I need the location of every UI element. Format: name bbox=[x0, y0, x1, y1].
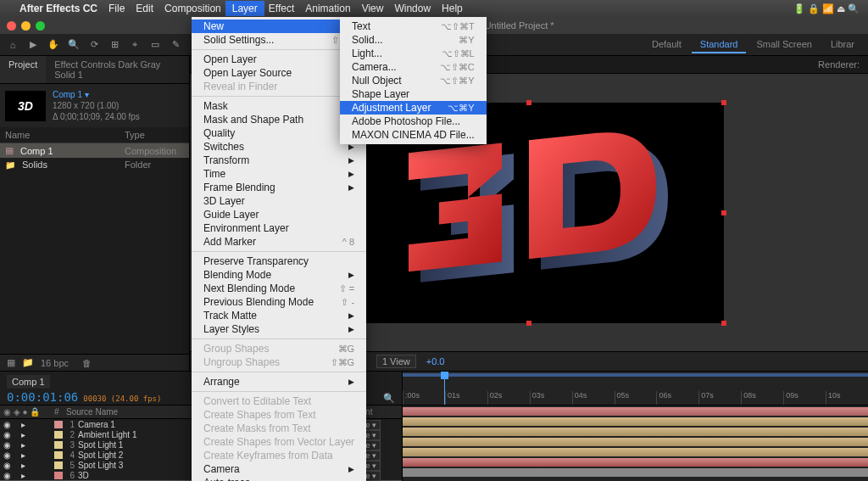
menu-window[interactable]: Window bbox=[394, 3, 431, 14]
menu-item: Create Keyframes from Data bbox=[192, 449, 366, 462]
layer-bar[interactable] bbox=[403, 407, 868, 416]
timeline-panel: Comp 1 0:00:01:06 00030 (24.00 fps) 🔍 :0… bbox=[0, 371, 868, 481]
layer-bar[interactable] bbox=[403, 448, 868, 456]
menubar-status-icons: 🔋 🔒 📶 ⏏ 🔍 bbox=[793, 3, 860, 14]
project-item[interactable]: SolidsFolder bbox=[0, 158, 189, 171]
menu-item[interactable]: 3D Layer bbox=[192, 194, 366, 208]
menu-item[interactable]: Transform▶ bbox=[192, 154, 366, 167]
current-timecode[interactable]: 0:00:01:06 bbox=[7, 390, 78, 404]
menu-item[interactable]: Next Blending Mode⇧ = bbox=[192, 282, 366, 295]
menu-item[interactable]: Null Object⌥⇧⌘Y bbox=[340, 74, 487, 87]
mac-menubar: After Effects CC File Edit Composition L… bbox=[0, 0, 868, 17]
anchor-tool-icon[interactable]: ⌖ bbox=[127, 37, 142, 53]
menu-item[interactable]: MAXON CINEMA 4D File... bbox=[340, 128, 487, 142]
workspace-default[interactable]: Default bbox=[643, 36, 690, 53]
comp-resolution: 1280 x 720 (1.00) bbox=[53, 100, 140, 111]
timeline-comp-tab[interactable]: Comp 1 bbox=[7, 375, 50, 389]
menu-animation[interactable]: Animation bbox=[305, 3, 350, 14]
workspace-libraries[interactable]: Librar bbox=[822, 36, 863, 53]
menu-item[interactable]: Auto-trace... bbox=[192, 476, 366, 481]
menu-item[interactable]: Preserve Transparency bbox=[192, 254, 366, 268]
menu-layer[interactable]: Layer bbox=[225, 1, 264, 16]
comp-duration: Δ 0;00;10;09, 24.00 fps bbox=[53, 111, 140, 122]
menu-item[interactable]: Text⌥⇧⌘T bbox=[340, 20, 487, 33]
tab-project[interactable]: Project bbox=[0, 56, 46, 83]
menu-item: Create Shapes from Text bbox=[192, 408, 366, 422]
project-panel: Project Effect Controls Dark Gray Solid … bbox=[0, 56, 190, 371]
renderer-label: Renderer: bbox=[818, 59, 860, 70]
selection-handle[interactable] bbox=[721, 100, 726, 105]
close-icon[interactable] bbox=[7, 21, 16, 31]
camera-tool-icon[interactable]: ⊞ bbox=[107, 37, 122, 53]
layer-new-submenu[interactable]: Text⌥⇧⌘TSolid...⌘YLight...⌥⇧⌘LCamera...⌥… bbox=[340, 17, 487, 144]
menu-composition[interactable]: Composition bbox=[164, 3, 221, 14]
layer-bar[interactable] bbox=[403, 438, 868, 446]
col-name[interactable]: Name bbox=[5, 130, 125, 140]
menu-item[interactable]: Solid...⌘Y bbox=[340, 33, 487, 47]
views-dropdown[interactable]: 1 View bbox=[376, 355, 416, 368]
menu-view[interactable]: View bbox=[362, 3, 384, 14]
current-frame: 00030 (24.00 fps) bbox=[83, 394, 161, 403]
home-icon[interactable]: ⌂ bbox=[5, 37, 20, 53]
menu-item: Ungroup Shapes⇧⌘G bbox=[192, 355, 366, 369]
exposure-indicator[interactable]: +0.0 bbox=[426, 356, 445, 366]
rotate-tool-icon[interactable]: ⟳ bbox=[86, 37, 102, 53]
menu-item[interactable]: Arrange▶ bbox=[192, 375, 366, 389]
menu-help[interactable]: Help bbox=[442, 3, 463, 14]
menu-edit[interactable]: Edit bbox=[136, 3, 153, 14]
menu-file[interactable]: File bbox=[108, 3, 125, 14]
maximize-icon[interactable] bbox=[36, 21, 45, 31]
bpc-indicator[interactable]: 16 bpc bbox=[41, 358, 69, 368]
layer-bar[interactable] bbox=[403, 428, 868, 436]
menu-item[interactable]: Adobe Photoshop File... bbox=[340, 115, 487, 128]
menu-item[interactable]: Adjustment Layer⌥⌘Y bbox=[340, 101, 487, 115]
playhead[interactable] bbox=[444, 372, 445, 405]
new-comp-icon[interactable]: ▦ bbox=[7, 357, 15, 368]
menu-item[interactable]: Light...⌥⇧⌘L bbox=[340, 47, 487, 60]
search-icon[interactable]: 🔍 bbox=[383, 393, 395, 404]
pen-tool-icon[interactable]: ✎ bbox=[168, 37, 183, 53]
workspace-small-screen[interactable]: Small Screen bbox=[748, 36, 820, 53]
menu-effect[interactable]: Effect bbox=[269, 3, 294, 14]
minimize-icon[interactable] bbox=[21, 21, 31, 31]
menu-item[interactable]: Shape Layer bbox=[340, 87, 487, 101]
time-ruler[interactable]: :00s01s02s03s04s05s06s07s08s09s10s bbox=[403, 372, 868, 405]
project-item[interactable]: Comp 1Composition bbox=[0, 143, 189, 158]
selection-handle[interactable] bbox=[721, 210, 726, 215]
app-name[interactable]: After Effects CC bbox=[19, 3, 97, 14]
menu-item: Create Masks from Text bbox=[192, 422, 366, 435]
layer-bar[interactable] bbox=[403, 468, 868, 477]
trash-icon[interactable]: 🗑 bbox=[82, 358, 92, 368]
tab-effect-controls[interactable]: Effect Controls Dark Gray Solid 1 bbox=[46, 56, 189, 83]
menu-item[interactable]: Guide Layer bbox=[192, 208, 366, 221]
menu-item[interactable]: Frame Blending▶ bbox=[192, 181, 366, 194]
menu-item: Create Shapes from Vector Layer bbox=[192, 435, 366, 449]
selection-handle[interactable] bbox=[526, 321, 531, 326]
menu-item[interactable]: Track Matte▶ bbox=[192, 309, 366, 322]
new-folder-icon[interactable]: 📁 bbox=[22, 357, 34, 368]
shape-tool-icon[interactable]: ▭ bbox=[147, 37, 163, 53]
menu-item[interactable]: Time▶ bbox=[192, 167, 366, 181]
comp-thumbnail: 3D bbox=[5, 91, 46, 121]
hand-tool-icon[interactable]: ✋ bbox=[46, 37, 61, 53]
selection-tool-icon[interactable]: ▶ bbox=[25, 37, 41, 53]
menu-item[interactable]: Layer Styles▶ bbox=[192, 322, 366, 336]
layer-bar[interactable] bbox=[403, 417, 868, 426]
selection-handle[interactable] bbox=[526, 100, 531, 105]
3d-text-render bbox=[376, 128, 682, 298]
col-type[interactable]: Type bbox=[125, 130, 184, 140]
workspace-standard[interactable]: Standard bbox=[692, 36, 747, 53]
menu-item[interactable]: Blending Mode▶ bbox=[192, 268, 366, 282]
menu-item: Group Shapes⌘G bbox=[192, 342, 366, 355]
menu-item[interactable]: Previous Blending Mode⇧ - bbox=[192, 295, 366, 309]
menu-item[interactable]: Camera▶ bbox=[192, 462, 366, 476]
comp-name[interactable]: Comp 1 ▾ bbox=[53, 89, 140, 100]
menu-item: Convert to Editable Text bbox=[192, 394, 366, 408]
layer-bar[interactable] bbox=[403, 458, 868, 467]
menu-item[interactable]: Add Marker^ 8 bbox=[192, 235, 366, 249]
menu-item[interactable]: Environment Layer bbox=[192, 221, 366, 235]
selection-handle[interactable] bbox=[721, 321, 726, 326]
menu-item[interactable]: Camera...⌥⇧⌘C bbox=[340, 60, 487, 74]
zoom-tool-icon[interactable]: 🔍 bbox=[66, 37, 81, 53]
workspace-tabs: Default Standard Small Screen Librar bbox=[643, 36, 863, 53]
